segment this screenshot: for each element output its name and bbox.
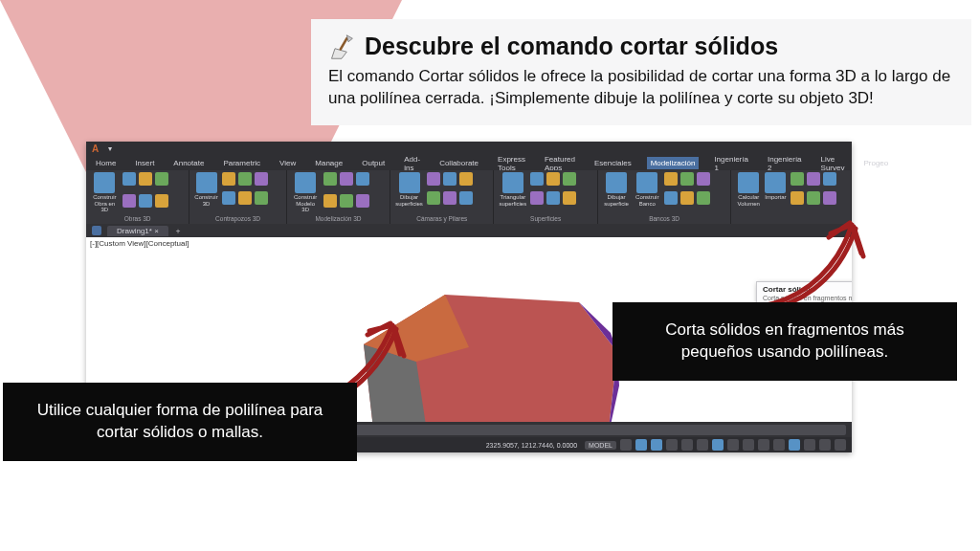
ribbon-panel: Construir 3DContrapozos 3D — [189, 170, 287, 224]
sb-btn[interactable] — [789, 439, 800, 451]
ribbon-tab[interactable]: Insert — [131, 157, 158, 169]
ribbon-button[interactable]: Construir Obra en 3D — [91, 172, 119, 213]
ribbon-small-button[interactable] — [122, 172, 136, 186]
svg-marker-1 — [332, 48, 347, 58]
ribbon-small-button[interactable] — [255, 191, 268, 205]
svg-rect-2 — [339, 36, 348, 51]
ribbon-small-button[interactable] — [155, 172, 168, 186]
doc-tab[interactable]: Drawing1* × — [107, 226, 168, 236]
ribbon-small-button[interactable] — [443, 172, 457, 186]
ribbon-panel: Dibujar superficieConstruir BancoBancos … — [598, 170, 731, 224]
sb-btn[interactable] — [819, 439, 831, 451]
sb-btn[interactable] — [620, 439, 632, 451]
arrow-right-icon — [756, 210, 880, 316]
cut-solid-icon — [328, 33, 355, 60]
ribbon-tab[interactable]: Parametric — [219, 157, 264, 169]
ribbon-small-button[interactable] — [222, 191, 235, 205]
ribbon-tab[interactable]: Progeo — [859, 157, 892, 169]
ribbon-button[interactable]: Calcular Volumen — [736, 172, 761, 207]
ribbon-small-button[interactable] — [139, 194, 152, 208]
ribbon-tab[interactable]: Manage — [311, 157, 346, 169]
ribbon-small-button[interactable] — [680, 191, 694, 205]
ribbon-small-button[interactable] — [222, 172, 235, 186]
ribbon-button[interactable]: Construir Banco — [634, 172, 660, 207]
hero-desc: El comando Cortar sólidos le ofrece la p… — [328, 66, 954, 110]
qat-icon[interactable]: ▾ — [108, 144, 112, 153]
ribbon-small-button[interactable] — [530, 191, 544, 205]
ribbon-small-button[interactable] — [530, 172, 544, 186]
ribbon-small-button[interactable] — [459, 172, 473, 186]
ribbon-small-button[interactable] — [664, 191, 678, 205]
panel-title: Bancos 3D — [603, 215, 725, 222]
panel-title: Obras 3D — [91, 215, 184, 222]
ribbon-small-button[interactable] — [443, 191, 457, 205]
ribbon-tab[interactable]: Modelización — [647, 157, 700, 169]
ribbon-button[interactable]: Dibujar superficie — [603, 172, 630, 207]
ribbon-small-button[interactable] — [791, 172, 804, 186]
ribbon-small-button[interactable] — [238, 191, 252, 205]
ribbon-tab[interactable]: View — [276, 157, 300, 169]
ribbon-tab[interactable]: Home — [92, 157, 120, 169]
ribbon-small-button[interactable] — [680, 172, 694, 186]
ribbon-small-button[interactable] — [697, 191, 710, 205]
ribbon-small-button[interactable] — [323, 172, 337, 186]
sb-btn[interactable] — [681, 439, 693, 451]
ribbon-small-button[interactable] — [664, 172, 678, 186]
ribbon-small-button[interactable] — [807, 172, 820, 186]
sb-btn[interactable] — [666, 439, 678, 451]
ribbon-small-button[interactable] — [255, 172, 268, 186]
sb-btn[interactable] — [635, 439, 647, 451]
ribbon-small-button[interactable] — [427, 172, 440, 186]
doc-tabs: Drawing1* × ＋ — [86, 224, 852, 237]
sb-btn[interactable] — [712, 439, 724, 451]
ribbon-small-button[interactable] — [807, 191, 820, 205]
ribbon-tabs: HomeInsertAnnotateParametricViewManageOu… — [86, 156, 852, 170]
sb-btn[interactable] — [835, 439, 846, 451]
sb-btn[interactable] — [697, 439, 708, 451]
ribbon-tab[interactable]: Annotate — [169, 157, 208, 169]
ribbon-small-button[interactable] — [122, 194, 136, 208]
ribbon-panel: Dibujar superficiesCámaras y Pilares — [390, 170, 494, 224]
sb-btn[interactable] — [773, 439, 785, 451]
ribbon-small-button[interactable] — [823, 191, 836, 205]
ribbon-button[interactable]: Dibujar superficies — [395, 172, 423, 207]
sb-btn[interactable] — [804, 439, 815, 451]
ribbon-small-button[interactable] — [356, 194, 369, 208]
ribbon-tab[interactable]: Output — [358, 157, 389, 169]
ribbon-small-button[interactable] — [340, 194, 353, 208]
app-logo-icon: A — [92, 143, 99, 154]
sb-btn[interactable] — [727, 439, 739, 451]
callout-right: Corta sólidos en fragmentos más pequeños… — [612, 302, 957, 381]
ribbon-small-button[interactable] — [238, 172, 252, 186]
ribbon-button[interactable]: Triangular superficies — [499, 172, 526, 207]
ribbon-small-button[interactable] — [139, 172, 152, 186]
ribbon-button[interactable]: Importar — [765, 172, 786, 207]
ribbon-small-button[interactable] — [155, 194, 168, 208]
ribbon-small-button[interactable] — [563, 172, 576, 186]
sb-btn[interactable] — [651, 439, 662, 451]
model-mode[interactable]: MODEL — [585, 441, 616, 450]
ribbon-button[interactable]: Construir Modelo 3D — [292, 172, 320, 213]
ribbon-tab[interactable]: Esenciales — [590, 157, 635, 169]
ribbon-small-button[interactable] — [563, 191, 576, 205]
svg-marker-3 — [346, 34, 352, 41]
ribbon-small-button[interactable] — [340, 172, 353, 186]
close-icon[interactable]: × — [154, 227, 159, 235]
new-tab-icon[interactable]: ＋ — [174, 226, 182, 236]
sb-btn[interactable] — [758, 439, 769, 451]
ribbon-small-button[interactable] — [459, 191, 473, 205]
ribbon-tab[interactable]: Collaborate — [435, 157, 482, 169]
start-tab-icon[interactable] — [92, 226, 101, 235]
ribbon-small-button[interactable] — [427, 191, 440, 205]
panel-title: Contrapozos 3D — [194, 215, 281, 222]
ribbon-small-button[interactable] — [823, 172, 836, 186]
ribbon-small-button[interactable] — [697, 172, 710, 186]
ribbon-small-button[interactable] — [323, 194, 337, 208]
ribbon-small-button[interactable] — [356, 172, 369, 186]
ribbon-button[interactable]: Construir 3D — [194, 172, 217, 207]
ribbon-panel: Triangular superficiesSuperficies — [494, 170, 597, 224]
sb-btn[interactable] — [743, 439, 754, 451]
ribbon-small-button[interactable] — [546, 172, 560, 186]
ribbon-small-button[interactable] — [791, 191, 804, 205]
ribbon-small-button[interactable] — [546, 191, 560, 205]
